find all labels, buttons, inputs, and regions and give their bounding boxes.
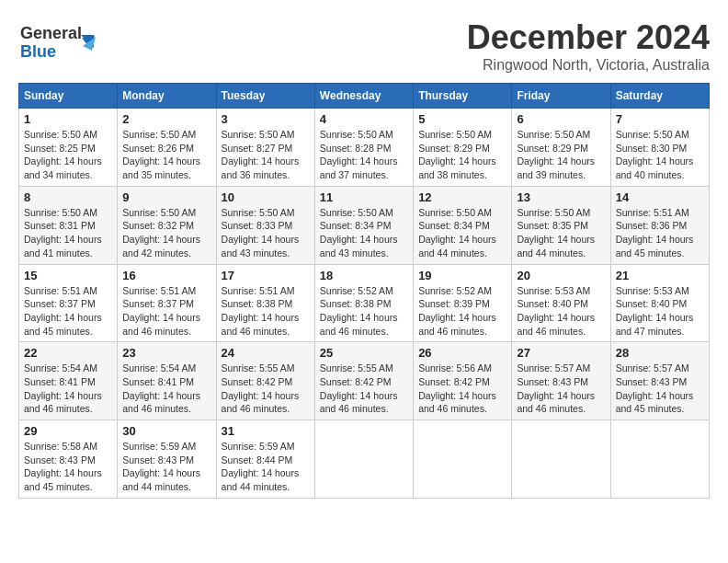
week-row-1: 1Sunrise: 5:50 AM Sunset: 8:25 PM Daylig… bbox=[19, 109, 710, 187]
day-number: 15 bbox=[24, 269, 112, 282]
cell-w1-d6: 6Sunrise: 5:50 AM Sunset: 8:29 PM Daylig… bbox=[512, 109, 610, 187]
cell-w2-d3: 10Sunrise: 5:50 AM Sunset: 8:33 PM Dayli… bbox=[216, 186, 314, 264]
day-number: 9 bbox=[122, 190, 210, 204]
day-number: 1 bbox=[24, 112, 112, 126]
cell-w4-d1: 22Sunrise: 5:54 AM Sunset: 8:41 PM Dayli… bbox=[19, 342, 118, 420]
cell-w5-d4 bbox=[314, 420, 413, 499]
col-tuesday: Tuesday bbox=[216, 84, 314, 109]
title-block: December 2024 Ringwood North, Victoria, … bbox=[467, 18, 710, 74]
day-number: 31 bbox=[222, 424, 310, 438]
col-wednesday: Wednesday bbox=[314, 84, 413, 109]
day-info: Sunrise: 5:50 AM Sunset: 8:31 PM Dayligh… bbox=[24, 206, 112, 260]
day-number: 13 bbox=[517, 190, 605, 204]
day-info: Sunrise: 5:50 AM Sunset: 8:29 PM Dayligh… bbox=[418, 128, 506, 182]
day-info: Sunrise: 5:53 AM Sunset: 8:40 PM Dayligh… bbox=[616, 284, 704, 339]
cell-w3-d2: 16Sunrise: 5:51 AM Sunset: 8:37 PM Dayli… bbox=[118, 264, 216, 342]
cell-w1-d5: 5Sunrise: 5:50 AM Sunset: 8:29 PM Daylig… bbox=[414, 109, 512, 187]
day-info: Sunrise: 5:52 AM Sunset: 8:38 PM Dayligh… bbox=[320, 284, 408, 339]
header-row: Sunday Monday Tuesday Wednesday Thursday… bbox=[19, 84, 710, 109]
cell-w5-d3: 31Sunrise: 5:59 AM Sunset: 8:44 PM Dayli… bbox=[216, 420, 314, 499]
page-header: General Blue December 2024 Ringwood Nort… bbox=[18, 18, 710, 74]
logo-block: General Blue bbox=[18, 18, 101, 68]
calendar-body: 1Sunrise: 5:50 AM Sunset: 8:25 PM Daylig… bbox=[19, 109, 710, 499]
logo: General Blue bbox=[18, 18, 101, 68]
cell-w2-d7: 14Sunrise: 5:51 AM Sunset: 8:36 PM Dayli… bbox=[610, 186, 709, 264]
day-info: Sunrise: 5:55 AM Sunset: 8:42 PM Dayligh… bbox=[222, 362, 310, 416]
col-thursday: Thursday bbox=[414, 84, 512, 109]
cell-w1-d4: 4Sunrise: 5:50 AM Sunset: 8:28 PM Daylig… bbox=[314, 109, 413, 187]
day-info: Sunrise: 5:56 AM Sunset: 8:42 PM Dayligh… bbox=[418, 362, 506, 416]
cell-w3-d5: 19Sunrise: 5:52 AM Sunset: 8:39 PM Dayli… bbox=[414, 264, 512, 342]
day-number: 10 bbox=[222, 190, 310, 204]
svg-text:Blue: Blue bbox=[20, 42, 56, 61]
day-info: Sunrise: 5:50 AM Sunset: 8:34 PM Dayligh… bbox=[418, 206, 506, 260]
day-info: Sunrise: 5:52 AM Sunset: 8:39 PM Dayligh… bbox=[418, 284, 506, 339]
day-number: 17 bbox=[222, 269, 310, 282]
cell-w3-d6: 20Sunrise: 5:53 AM Sunset: 8:40 PM Dayli… bbox=[512, 264, 610, 342]
day-info: Sunrise: 5:59 AM Sunset: 8:43 PM Dayligh… bbox=[122, 440, 210, 494]
week-row-5: 29Sunrise: 5:58 AM Sunset: 8:43 PM Dayli… bbox=[19, 420, 710, 499]
cell-w2-d2: 9Sunrise: 5:50 AM Sunset: 8:32 PM Daylig… bbox=[118, 186, 216, 264]
day-info: Sunrise: 5:57 AM Sunset: 8:43 PM Dayligh… bbox=[616, 362, 704, 416]
col-monday: Monday bbox=[118, 84, 216, 109]
cell-w1-d2: 2Sunrise: 5:50 AM Sunset: 8:26 PM Daylig… bbox=[118, 109, 216, 187]
cell-w3-d4: 18Sunrise: 5:52 AM Sunset: 8:38 PM Dayli… bbox=[314, 264, 413, 342]
day-number: 20 bbox=[517, 269, 605, 282]
calendar-header: Sunday Monday Tuesday Wednesday Thursday… bbox=[19, 84, 710, 109]
calendar-table: Sunday Monday Tuesday Wednesday Thursday… bbox=[18, 83, 710, 499]
cell-w4-d5: 26Sunrise: 5:56 AM Sunset: 8:42 PM Dayli… bbox=[414, 342, 512, 420]
week-row-2: 8Sunrise: 5:50 AM Sunset: 8:31 PM Daylig… bbox=[19, 186, 710, 264]
day-info: Sunrise: 5:54 AM Sunset: 8:41 PM Dayligh… bbox=[122, 362, 210, 416]
cell-w5-d1: 29Sunrise: 5:58 AM Sunset: 8:43 PM Dayli… bbox=[19, 420, 118, 499]
cell-w2-d6: 13Sunrise: 5:50 AM Sunset: 8:35 PM Dayli… bbox=[512, 186, 610, 264]
day-info: Sunrise: 5:58 AM Sunset: 8:43 PM Dayligh… bbox=[24, 440, 112, 494]
day-number: 28 bbox=[616, 346, 704, 360]
day-info: Sunrise: 5:50 AM Sunset: 8:26 PM Dayligh… bbox=[122, 128, 210, 182]
cell-w4-d2: 23Sunrise: 5:54 AM Sunset: 8:41 PM Dayli… bbox=[118, 342, 216, 420]
day-info: Sunrise: 5:50 AM Sunset: 8:34 PM Dayligh… bbox=[320, 206, 408, 260]
day-number: 29 bbox=[24, 424, 112, 438]
day-number: 14 bbox=[616, 190, 704, 204]
cell-w5-d2: 30Sunrise: 5:59 AM Sunset: 8:43 PM Dayli… bbox=[118, 420, 216, 499]
day-number: 4 bbox=[320, 112, 408, 126]
cell-w1-d3: 3Sunrise: 5:50 AM Sunset: 8:27 PM Daylig… bbox=[216, 109, 314, 187]
day-number: 16 bbox=[122, 269, 210, 282]
logo-svg: General Blue bbox=[18, 18, 101, 64]
day-number: 27 bbox=[517, 346, 605, 360]
day-info: Sunrise: 5:51 AM Sunset: 8:38 PM Dayligh… bbox=[222, 284, 310, 339]
day-number: 8 bbox=[24, 190, 112, 204]
day-number: 5 bbox=[418, 112, 506, 126]
cell-w1-d7: 7Sunrise: 5:50 AM Sunset: 8:30 PM Daylig… bbox=[610, 109, 709, 187]
day-info: Sunrise: 5:55 AM Sunset: 8:42 PM Dayligh… bbox=[320, 362, 408, 416]
day-number: 22 bbox=[24, 346, 112, 360]
cell-w5-d7 bbox=[610, 420, 709, 499]
day-info: Sunrise: 5:50 AM Sunset: 8:28 PM Dayligh… bbox=[320, 128, 408, 182]
day-number: 18 bbox=[320, 269, 408, 282]
day-number: 21 bbox=[616, 269, 704, 282]
day-info: Sunrise: 5:50 AM Sunset: 8:25 PM Dayligh… bbox=[24, 128, 112, 182]
location-title: Ringwood North, Victoria, Australia bbox=[467, 57, 710, 74]
day-info: Sunrise: 5:50 AM Sunset: 8:29 PM Dayligh… bbox=[517, 128, 605, 182]
day-number: 23 bbox=[122, 346, 210, 360]
day-info: Sunrise: 5:57 AM Sunset: 8:43 PM Dayligh… bbox=[517, 362, 605, 416]
day-info: Sunrise: 5:50 AM Sunset: 8:33 PM Dayligh… bbox=[222, 206, 310, 260]
cell-w5-d5 bbox=[414, 420, 512, 499]
col-sunday: Sunday bbox=[19, 84, 118, 109]
day-info: Sunrise: 5:51 AM Sunset: 8:37 PM Dayligh… bbox=[122, 284, 210, 339]
day-number: 30 bbox=[122, 424, 210, 438]
day-info: Sunrise: 5:59 AM Sunset: 8:44 PM Dayligh… bbox=[222, 440, 310, 494]
day-number: 19 bbox=[418, 269, 506, 282]
day-number: 12 bbox=[418, 190, 506, 204]
month-title: December 2024 bbox=[467, 18, 710, 57]
day-info: Sunrise: 5:50 AM Sunset: 8:27 PM Dayligh… bbox=[222, 128, 310, 182]
col-saturday: Saturday bbox=[610, 84, 709, 109]
day-info: Sunrise: 5:54 AM Sunset: 8:41 PM Dayligh… bbox=[24, 362, 112, 416]
cell-w1-d1: 1Sunrise: 5:50 AM Sunset: 8:25 PM Daylig… bbox=[19, 109, 118, 187]
col-friday: Friday bbox=[512, 84, 610, 109]
cell-w4-d3: 24Sunrise: 5:55 AM Sunset: 8:42 PM Dayli… bbox=[216, 342, 314, 420]
cell-w3-d3: 17Sunrise: 5:51 AM Sunset: 8:38 PM Dayli… bbox=[216, 264, 314, 342]
cell-w4-d6: 27Sunrise: 5:57 AM Sunset: 8:43 PM Dayli… bbox=[512, 342, 610, 420]
day-number: 3 bbox=[222, 112, 310, 126]
day-number: 26 bbox=[418, 346, 506, 360]
day-info: Sunrise: 5:50 AM Sunset: 8:30 PM Dayligh… bbox=[616, 128, 704, 182]
